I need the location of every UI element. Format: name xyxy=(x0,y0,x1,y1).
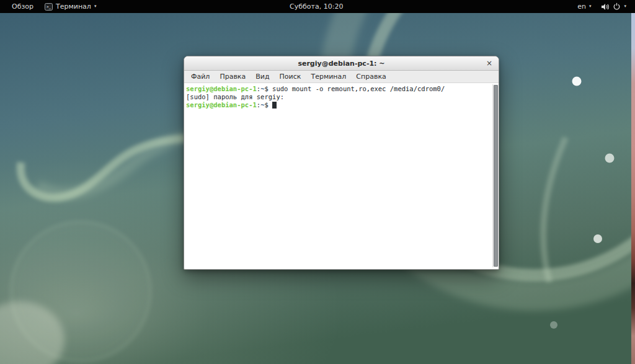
terminal-icon: >_ xyxy=(45,3,53,11)
sudo-password-prompt: [sudo] пароль для sergiy: xyxy=(186,93,284,100)
terminal-line-2: [sudo] пароль для sergiy: xyxy=(186,93,490,101)
adjacent-image-edge xyxy=(631,13,635,364)
desktop: Обзор >_ Терминал ▾ Суббота, 10:20 en ▾ xyxy=(0,0,635,364)
top-bar: Обзор >_ Терминал ▾ Суббота, 10:20 en ▾ xyxy=(0,0,635,13)
chevron-down-icon: ▾ xyxy=(589,4,592,9)
terminal-window: sergiy@debian-pc-1: ~ × Файл Правка Вид … xyxy=(184,56,499,270)
menu-help[interactable]: Справка xyxy=(351,71,391,82)
clock-menu[interactable]: Суббота, 10:20 xyxy=(290,0,343,13)
window-title: sergiy@debian-pc-1: ~ xyxy=(298,60,384,68)
app-menu[interactable]: >_ Терминал ▾ xyxy=(39,0,102,13)
prompt-symbol: $ xyxy=(264,101,268,109)
chevron-down-icon: ▾ xyxy=(94,4,97,9)
window-menubar: Файл Правка Вид Поиск Терминал Справка xyxy=(184,71,499,83)
menu-edit[interactable]: Правка xyxy=(215,71,251,82)
system-menu[interactable]: ▾ xyxy=(597,0,630,13)
clock-label: Суббота, 10:20 xyxy=(290,2,343,11)
activities-button[interactable]: Обзор xyxy=(6,0,39,13)
keyboard-layout-indicator[interactable]: en ▾ xyxy=(574,0,595,13)
top-bar-right: en ▾ ▾ xyxy=(574,0,635,13)
wallpaper-dot xyxy=(605,154,615,163)
scrollbar-thumb[interactable] xyxy=(494,85,498,267)
wallpaper-dot xyxy=(593,234,602,243)
menu-file[interactable]: Файл xyxy=(186,71,215,82)
prompt-user-host: sergiy@debian-pc-1 xyxy=(186,85,257,92)
activities-label: Обзор xyxy=(12,2,33,11)
top-bar-left: Обзор >_ Терминал ▾ xyxy=(0,0,102,13)
scrollbar[interactable] xyxy=(492,84,499,267)
menu-terminal[interactable]: Терминал xyxy=(306,71,351,82)
wallpaper-dot xyxy=(550,321,557,329)
terminal-line-3: sergiy@debian-pc-1:~$ xyxy=(186,101,490,109)
terminal-content[interactable]: sergiy@debian-pc-1:~$ sudo mount -o remo… xyxy=(184,83,499,269)
prompt-user-host: sergiy@debian-pc-1 xyxy=(186,101,257,109)
speaker-icon xyxy=(601,3,610,11)
app-menu-label: Терминал xyxy=(56,2,91,11)
terminal-text: sergiy@debian-pc-1:~$ sudo mount -o remo… xyxy=(184,83,499,109)
menu-search[interactable]: Поиск xyxy=(275,71,306,82)
wallpaper-dot xyxy=(572,77,582,86)
command-text: sudo mount -o remount,ro,exec /media/cdr… xyxy=(269,85,445,92)
keyboard-layout-label: en xyxy=(577,2,586,11)
close-button[interactable]: × xyxy=(484,56,495,70)
menu-view[interactable]: Вид xyxy=(251,71,274,82)
terminal-cursor xyxy=(272,102,277,109)
terminal-line-1: sergiy@debian-pc-1:~$ sudo mount -o remo… xyxy=(186,85,490,93)
chevron-down-icon: ▾ xyxy=(624,4,626,9)
window-titlebar[interactable]: sergiy@debian-pc-1: ~ × xyxy=(184,56,499,71)
power-icon xyxy=(613,2,621,11)
